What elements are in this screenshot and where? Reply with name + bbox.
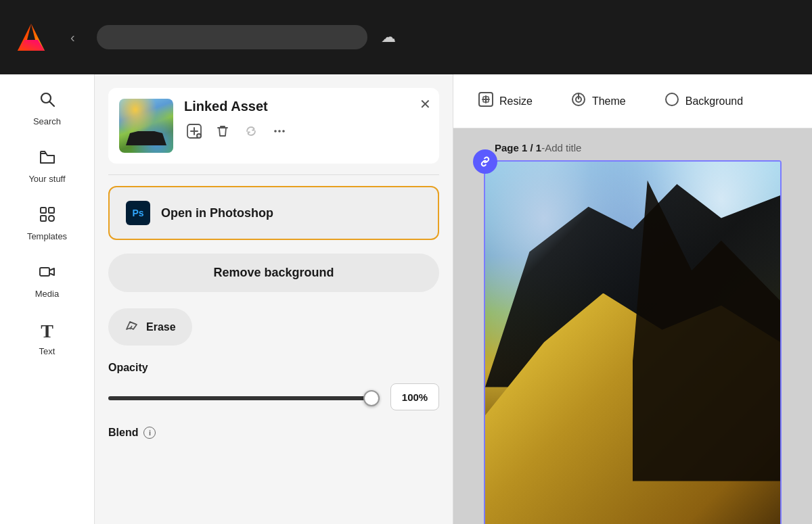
open-photoshop-button[interactable]: Ps Open in Photoshop xyxy=(108,186,439,240)
background-button[interactable]: Background xyxy=(656,86,751,117)
svg-point-22 xyxy=(666,93,678,105)
sidebar-search-label: Search xyxy=(33,116,61,126)
canvas-area: Resize Theme Background xyxy=(453,74,812,524)
background-icon xyxy=(664,91,680,112)
folder-icon xyxy=(39,148,56,170)
resize-button[interactable]: Resize xyxy=(470,86,541,117)
photoshop-icon: Ps xyxy=(126,201,150,225)
linked-asset-card: Linked Asset xyxy=(108,88,439,164)
opacity-label: Opacity xyxy=(108,362,439,374)
theme-label: Theme xyxy=(592,95,626,108)
media-icon xyxy=(39,263,56,285)
svg-rect-6 xyxy=(49,208,54,213)
add-title-link[interactable]: Add title xyxy=(545,142,581,153)
page-indicator: Page 1 / 1 xyxy=(495,142,541,153)
eraser-icon xyxy=(125,318,139,336)
resize-label: Resize xyxy=(499,95,533,108)
svg-marker-2 xyxy=(18,40,45,51)
search-icon xyxy=(39,91,56,112)
canvas-frame xyxy=(484,160,782,524)
blend-label: Blend xyxy=(108,427,138,439)
sidebar-your-stuff-label: Your stuff xyxy=(28,174,65,184)
sync-asset-button[interactable] xyxy=(241,121,261,145)
sidebar-text-label: Text xyxy=(39,346,55,356)
page-area: Page 1 / 1 - Add title xyxy=(484,142,782,524)
sidebar-item-templates[interactable]: Templates xyxy=(10,196,85,251)
asset-thumbnail xyxy=(119,99,173,153)
open-photoshop-label: Open in Photoshop xyxy=(161,206,273,220)
erase-label: Erase xyxy=(146,321,176,333)
sidebar-item-media[interactable]: Media xyxy=(10,254,85,308)
opacity-section: Opacity 100% xyxy=(108,362,439,410)
opacity-value: 100% xyxy=(390,383,439,410)
svg-point-17 xyxy=(282,130,285,133)
sidebar-item-text[interactable]: T Text xyxy=(10,311,85,366)
canvas-toolbar: Resize Theme Background xyxy=(453,74,812,128)
canvas-content: Page 1 / 1 - Add title xyxy=(453,128,812,524)
cloud-sync-button[interactable]: ☁ xyxy=(381,28,396,46)
sidebar-templates-label: Templates xyxy=(27,231,67,241)
back-button[interactable]: ‹ xyxy=(62,24,83,51)
theme-button[interactable]: Theme xyxy=(562,86,634,117)
opacity-row: 100% xyxy=(108,383,439,410)
asset-actions xyxy=(184,121,428,145)
svg-line-4 xyxy=(49,102,54,107)
title-bar xyxy=(97,25,367,49)
svg-rect-8 xyxy=(40,268,49,276)
theme-icon xyxy=(570,91,587,112)
templates-icon xyxy=(39,206,56,227)
asset-title: Linked Asset xyxy=(184,99,428,114)
blend-section: Blend i xyxy=(108,427,439,439)
svg-point-15 xyxy=(274,130,277,133)
erase-button[interactable]: Erase xyxy=(108,308,192,346)
add-asset-button[interactable] xyxy=(184,121,204,145)
canvas-image xyxy=(485,162,780,524)
opacity-slider-container xyxy=(108,391,380,403)
divider xyxy=(108,174,439,175)
delete-asset-button[interactable] xyxy=(212,121,233,145)
main-layout: Search Your stuff Templates xyxy=(0,74,812,524)
more-options-button[interactable] xyxy=(269,121,290,145)
top-bar: ‹ ☁ xyxy=(0,0,812,74)
opacity-slider[interactable] xyxy=(108,396,380,400)
adobe-logo-icon xyxy=(14,20,49,55)
resize-icon xyxy=(478,91,494,112)
sidebar-item-search[interactable]: Search xyxy=(10,81,85,136)
blend-info-icon[interactable]: i xyxy=(143,427,156,439)
sidebar-media-label: Media xyxy=(35,289,59,299)
linked-badge xyxy=(473,149,497,174)
svg-point-16 xyxy=(278,130,281,133)
canvas-frame-wrapper xyxy=(484,160,782,524)
text-icon: T xyxy=(41,320,53,342)
page-label-row: Page 1 / 1 - Add title xyxy=(484,142,581,153)
close-panel-button[interactable]: ✕ xyxy=(420,96,431,112)
asset-info: Linked Asset xyxy=(184,99,428,145)
svg-rect-5 xyxy=(41,208,46,213)
panel: Linked Asset xyxy=(95,74,453,524)
sidebar: Search Your stuff Templates xyxy=(0,74,95,524)
background-label: Background xyxy=(685,95,743,108)
remove-background-button[interactable]: Remove background xyxy=(108,254,439,292)
svg-rect-7 xyxy=(41,216,46,221)
sidebar-item-your-stuff[interactable]: Your stuff xyxy=(10,139,85,193)
logo-area xyxy=(14,20,49,55)
